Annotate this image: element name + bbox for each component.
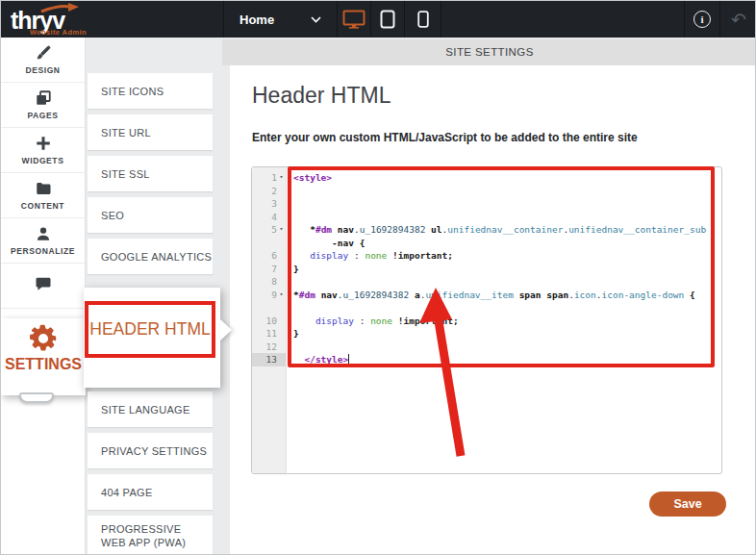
sidebar-item-widgets[interactable]: WIDGETS — [1, 128, 85, 173]
section-title-bar: SITE SETTINGS — [222, 39, 756, 65]
undo-button[interactable] — [720, 1, 756, 38]
gutter-row: 7 — [252, 263, 286, 276]
plus-icon — [35, 135, 52, 152]
main-panel: Header HTML Enter your own custom HTML/J… — [230, 65, 756, 555]
code-row — [293, 301, 721, 315]
tablet-preview-button[interactable] — [371, 1, 405, 38]
subnav-item-site-ssl[interactable]: SITE SSL — [88, 156, 213, 191]
tray-icon — [19, 392, 54, 403]
sidebar-item-feedback[interactable] — [1, 264, 85, 309]
subnav-item-site-language[interactable]: SITE LANGUAGE — [88, 391, 213, 427]
gutter-row: 5▾ — [252, 223, 286, 237]
pages-icon — [35, 89, 52, 107]
thryv-logo: thryv Website Admin — [1, 1, 224, 38]
brush-icon — [35, 44, 52, 62]
info-button[interactable] — [685, 1, 720, 38]
subnav-item-404-page[interactable]: 404 PAGE — [88, 474, 213, 510]
subnav-item-header-html[interactable]: HEADER HTML — [89, 319, 210, 340]
gutter-row: 9▾ — [252, 289, 286, 302]
desktop-preview-button[interactable] — [338, 1, 371, 38]
logo-subtitle: Website Admin — [30, 28, 87, 37]
desktop-icon — [342, 10, 365, 29]
subnav-item-google-analytics[interactable]: GOOGLE ANALYTICS — [88, 239, 213, 274]
logo-arrow-icon — [39, 3, 80, 13]
folder-icon — [35, 180, 52, 197]
subnav-item-privacy-settings[interactable]: PRIVACY SETTINGS — [88, 433, 213, 468]
chevron-down-icon — [311, 16, 321, 23]
bubble-pointer — [220, 319, 232, 341]
code-row: display : none !important; — [293, 249, 721, 263]
sidebar-item-design[interactable]: DESIGN — [1, 38, 85, 83]
page-description: Enter your own custom HTML/JavaScript to… — [252, 131, 638, 144]
subnav-item-site-icons[interactable]: SITE ICONS — [88, 73, 213, 109]
chat-bubble-icon — [35, 275, 52, 292]
gutter-row: 11 — [252, 327, 286, 341]
phone-icon — [417, 11, 429, 28]
code-row: *#dm nav.u_1692894382 ul.unifiednav__con… — [293, 223, 721, 237]
sidebar-item-label: CONTENT — [21, 201, 64, 211]
gutter-row: 6 — [252, 249, 286, 263]
undo-icon — [731, 11, 746, 29]
sidebar-item-settings-magnified[interactable]: SETTINGS — [1, 318, 86, 395]
sidebar-item-settings-label: SETTINGS — [5, 356, 82, 373]
code-row: *#dm nav.u_1692894382 a.unifiednav__item… — [293, 289, 721, 302]
phone-preview-button[interactable] — [405, 1, 441, 38]
sidebar-item-label: PAGES — [27, 111, 58, 120]
editor-code[interactable]: <style> *#dm nav.u_1692894382 ul.unified… — [287, 167, 721, 473]
gutter-row: 8 — [252, 275, 286, 289]
header-html-magnified-bubble: HEADER HTML — [84, 288, 220, 388]
gutter-row — [252, 237, 286, 250]
thryv-website-admin-screen: thryv Website Admin Home — [0, 0, 756, 555]
editor-gutter: 1▾2345▾6789▾10111213 — [252, 167, 287, 473]
subnav-item-site-url[interactable]: SITE URL — [88, 114, 213, 150]
header-html-red-annotation-box: HEADER HTML — [85, 301, 215, 358]
info-icon — [693, 11, 711, 28]
topbar: thryv Website Admin Home — [1, 1, 756, 38]
topbar-spacer — [441, 1, 685, 38]
sidebar-item-content[interactable]: CONTENT — [1, 173, 85, 218]
code-row — [293, 341, 721, 354]
sidebar-item-label: DESIGN — [25, 65, 60, 75]
code-editor: 1▾2345▾6789▾10111213 <style> *#dm nav.u_… — [251, 166, 722, 474]
gutter-row: 13 — [252, 353, 286, 366]
gutter-row: 4 — [252, 211, 286, 224]
code-row: </style> — [293, 353, 721, 366]
code-row — [293, 275, 721, 289]
gutter-row: 10 — [252, 315, 286, 328]
sidebar-item-label: WIDGETS — [22, 156, 64, 165]
code-row — [293, 211, 721, 224]
code-row — [293, 185, 721, 198]
gutter-row: 2 — [252, 185, 286, 198]
code-row: -nav { — [293, 237, 721, 250]
gear-icon — [28, 323, 59, 354]
gutter-row: 3 — [252, 197, 286, 211]
gutter-row — [252, 301, 286, 315]
tablet-icon — [380, 10, 395, 29]
gutter-row: 1▾ — [252, 171, 286, 185]
page-title: Header HTML — [252, 83, 391, 109]
code-row: display : none !important; — [293, 315, 721, 328]
page-selector-dropdown[interactable]: Home — [224, 1, 338, 38]
main-sidebar: DESIGN PAGES WIDGETS CONTENT — [1, 38, 86, 555]
subnav-item-seo[interactable]: SEO — [88, 197, 213, 233]
gutter-row: 12 — [252, 341, 286, 354]
code-row — [293, 197, 721, 211]
code-row: } — [293, 327, 721, 341]
sidebar-item-pages[interactable]: PAGES — [1, 83, 85, 128]
code-row: } — [293, 263, 721, 276]
code-row: <style> — [293, 171, 721, 185]
save-button[interactable]: Save — [649, 492, 726, 517]
sidebar-item-personalize[interactable]: PERSONALIZE — [1, 218, 85, 264]
person-icon — [35, 225, 52, 242]
page-selector-label: Home — [239, 13, 274, 27]
sidebar-item-label: PERSONALIZE — [11, 246, 75, 256]
subnav-item-pwa[interactable]: PROGRESSIVE WEB APP (PWA) — [88, 516, 213, 555]
